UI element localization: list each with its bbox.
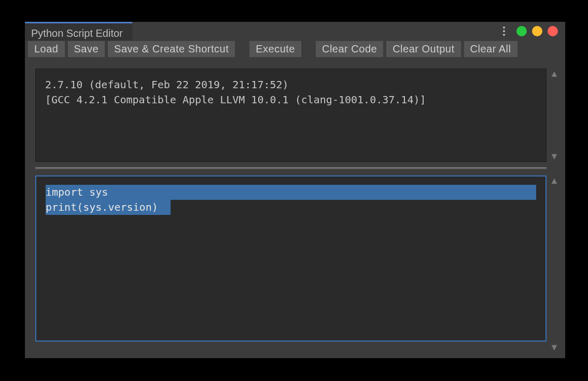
scroll-down-icon[interactable]: ▼ bbox=[550, 342, 559, 353]
clear-code-button[interactable]: Clear Code bbox=[316, 41, 383, 57]
output-scrollbar[interactable]: ▲ ▼ bbox=[547, 69, 562, 162]
maximize-button[interactable] bbox=[532, 26, 542, 36]
window-controls bbox=[496, 22, 565, 40]
minimize-button[interactable] bbox=[516, 26, 527, 36]
pane-divider[interactable] bbox=[35, 167, 547, 169]
kebab-menu-icon[interactable] bbox=[503, 26, 505, 36]
toolbar: Load Save Save & Create Shortcut Execute… bbox=[25, 40, 565, 60]
window-tab[interactable]: Python Script Editor bbox=[25, 22, 132, 40]
clear-output-button[interactable]: Clear Output bbox=[386, 41, 460, 57]
titlebar: Python Script Editor bbox=[25, 22, 565, 40]
close-button[interactable] bbox=[548, 26, 558, 36]
code-scrollbar[interactable]: ▲ ▼ bbox=[547, 175, 562, 353]
scroll-up-icon[interactable]: ▲ bbox=[550, 69, 559, 79]
scroll-down-icon[interactable]: ▼ bbox=[550, 151, 559, 162]
code-line: print(sys.version) bbox=[46, 200, 171, 215]
editor-window: Python Script Editor Load Save Save & Cr… bbox=[25, 22, 565, 358]
content-area: 2.7.10 (default, Feb 22 2019, 21:17:52) … bbox=[25, 60, 565, 356]
code-editor[interactable]: import sys print(sys.version) bbox=[35, 175, 547, 342]
scroll-up-icon[interactable]: ▲ bbox=[550, 175, 559, 186]
load-button[interactable]: Load bbox=[28, 41, 65, 57]
window-title: Python Script Editor bbox=[31, 28, 123, 39]
execute-button[interactable]: Execute bbox=[249, 41, 301, 57]
save-shortcut-button[interactable]: Save & Create Shortcut bbox=[108, 41, 235, 57]
code-line: import sys bbox=[46, 185, 536, 200]
clear-all-button[interactable]: Clear All bbox=[464, 41, 517, 57]
save-button[interactable]: Save bbox=[68, 41, 105, 57]
output-pane[interactable]: 2.7.10 (default, Feb 22 2019, 21:17:52) … bbox=[35, 69, 547, 162]
